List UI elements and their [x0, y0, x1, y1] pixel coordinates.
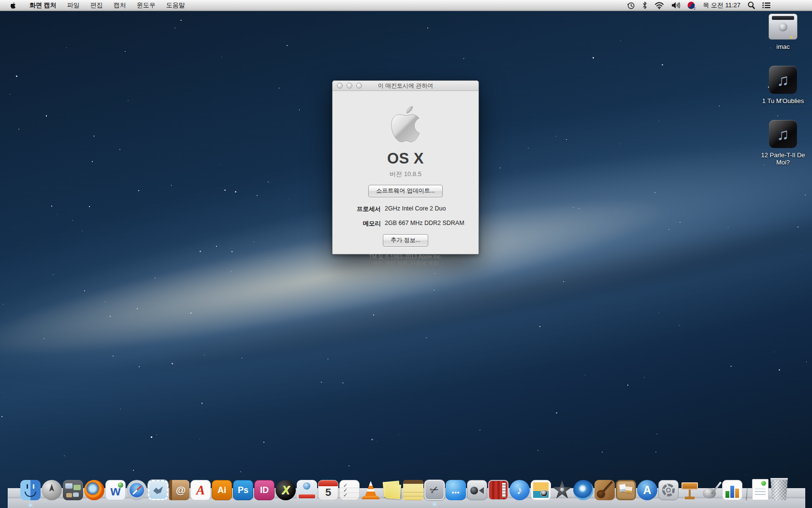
- photoshop-glyph: Ps: [233, 480, 253, 500]
- idvd-dock-icon[interactable]: [573, 480, 594, 500]
- software-update-button[interactable]: 소프트웨어 업데이트...: [368, 185, 442, 197]
- w-app-dock-icon[interactable]: w: [105, 480, 126, 500]
- time-machine-icon[interactable]: [627, 1, 635, 10]
- toast-dock-icon[interactable]: [297, 480, 317, 500]
- safari-dock-icon[interactable]: [127, 480, 147, 500]
- memory-label: 메모리: [333, 220, 381, 228]
- spotlight-icon[interactable]: [748, 1, 755, 9]
- menu-bar-status-area: 2 목 오전 11:27: [627, 0, 770, 11]
- memory-row: 메모리 2GB 667 MHz DDR2 SDRAM: [333, 220, 478, 228]
- grab-glyph: ✂: [422, 478, 447, 502]
- imovie-dock-icon[interactable]: [552, 480, 572, 500]
- menu-파일[interactable]: 파일: [62, 0, 85, 11]
- messages-dock-icon[interactable]: •••: [446, 480, 466, 500]
- app-store-glyph: A: [637, 480, 657, 500]
- itunes-glyph: ♪: [509, 480, 530, 500]
- more-info-button[interactable]: 추가 정보...: [383, 234, 428, 247]
- calendar-dock-icon[interactable]: 5: [318, 480, 338, 500]
- apple-menu-icon[interactable]: [10, 1, 16, 9]
- os-name: OS X: [333, 150, 478, 167]
- reminders-glyph: ✓✓✓: [340, 480, 348, 500]
- desktop-icon-hard-drive[interactable]: imac: [753, 14, 812, 50]
- trash-dock-icon[interactable]: [769, 478, 789, 500]
- keynote-dock-icon[interactable]: [680, 480, 700, 500]
- photoshop-dock-icon[interactable]: Ps: [233, 480, 253, 500]
- stickies-dock-icon[interactable]: [382, 480, 402, 500]
- menu-캡처[interactable]: 캡처: [108, 0, 131, 11]
- iphoto-dock-icon[interactable]: [531, 480, 551, 500]
- finder-dock-icon[interactable]: [20, 480, 41, 500]
- mail-dock-icon[interactable]: [148, 480, 168, 500]
- quarkxpress-glyph: X: [276, 480, 296, 500]
- window-controls: [337, 83, 362, 89]
- grab-dock-icon[interactable]: ✂: [424, 480, 445, 500]
- dialog-title-bar[interactable]: 이 매킨토시에 관하여: [333, 81, 478, 91]
- reminders-dock-icon[interactable]: ✓✓✓: [339, 480, 360, 500]
- messages-glyph: •••: [446, 480, 466, 500]
- vlc-dock-icon[interactable]: [361, 480, 381, 500]
- notes-dock-icon[interactable]: [403, 480, 423, 500]
- app-store-dock-icon[interactable]: A: [637, 480, 657, 500]
- iweb-dock-icon[interactable]: [616, 480, 636, 500]
- processor-row: 프로세서 2GHz Intel Core 2 Duo: [333, 205, 478, 213]
- photo-booth-dock-icon[interactable]: [488, 480, 508, 500]
- volume-icon[interactable]: [671, 2, 680, 9]
- korean-input-badge: 2: [694, 6, 696, 9]
- zoom-button[interactable]: [356, 83, 362, 89]
- copyright-text: TM 및 © 1983–2013 Apple Inc. 모든 권리 보유. 사용…: [333, 253, 478, 267]
- acrobat-dock-icon[interactable]: A: [190, 480, 211, 500]
- desktop-icon-audio-file[interactable]: ♫1 Tu M'Oublies: [753, 66, 812, 105]
- contacts-dock-icon[interactable]: @: [169, 480, 189, 500]
- system-preferences-dock-icon[interactable]: [658, 480, 679, 500]
- menu-화면 캡처[interactable]: 화면 캡처: [24, 0, 62, 11]
- menu-bar: 화면 캡처파일편집캡처윈도우도움말: [0, 0, 812, 11]
- pages-dock-icon[interactable]: [701, 480, 721, 500]
- mission-control-dock-icon[interactable]: [63, 480, 83, 500]
- music-note-glyph: ♫: [777, 71, 789, 90]
- bluetooth-icon[interactable]: [642, 1, 647, 9]
- menu-bar-menus: 화면 캡처파일편집캡처윈도우도움말: [24, 0, 190, 11]
- desktop-icon-audio-file[interactable]: ♫12 Parle-T-Il De Moi?: [753, 120, 812, 166]
- itunes-dock-icon[interactable]: ♪: [509, 480, 530, 500]
- about-this-mac-dialog: 이 매킨토시에 관하여 OS X 버전 10.8.5 소프트웨어 업데이트...…: [332, 80, 479, 254]
- numbers-dock-icon[interactable]: [722, 480, 742, 500]
- document-dock-icon[interactable]: [752, 479, 768, 500]
- memory-value: 2GB 667 MHz DDR2 SDRAM: [385, 220, 464, 228]
- garageband-dock-icon[interactable]: [594, 480, 615, 500]
- dock-divider: [746, 478, 749, 500]
- running-indicator: [29, 504, 32, 507]
- menu-bar-clock[interactable]: 목 오전 11:27: [703, 1, 740, 10]
- facetime-dock-icon[interactable]: [467, 480, 487, 500]
- menu-도움말[interactable]: 도움말: [161, 0, 190, 11]
- notification-center-icon[interactable]: [762, 2, 770, 9]
- dock: w@AAiPsIDX5✓✓✓✂•••♪A: [0, 470, 812, 508]
- indesign-dock-icon[interactable]: ID: [254, 480, 275, 500]
- launchpad-dock-icon[interactable]: [42, 480, 62, 500]
- desktop-icon-label: 1 Tu M'Oublies: [753, 97, 812, 105]
- illustrator-dock-icon[interactable]: Ai: [212, 480, 232, 500]
- calendar-glyph: 5: [319, 480, 338, 500]
- processor-label: 프로세서: [333, 205, 381, 213]
- system-specs: 프로세서 2GHz Intel Core 2 Duo 메모리 2GB 667 M…: [333, 205, 478, 228]
- menu-윈도우[interactable]: 윈도우: [131, 0, 161, 11]
- apple-logo: [386, 102, 425, 145]
- dock-icons: w@AAiPsIDX5✓✓✓✂•••♪A: [20, 478, 789, 500]
- wifi-icon[interactable]: [654, 2, 664, 9]
- close-button[interactable]: [337, 83, 343, 89]
- menu-편집[interactable]: 편집: [85, 0, 108, 11]
- acrobat-glyph: A: [191, 480, 210, 500]
- desktop-icon-label: imac: [753, 43, 812, 50]
- audio-file-icon: ♫: [769, 120, 797, 148]
- processor-value: 2GHz Intel Core 2 Duo: [385, 205, 446, 213]
- quarkxpress-dock-icon[interactable]: X: [276, 480, 296, 500]
- indesign-glyph: ID: [255, 480, 274, 500]
- os-version: 버전 10.8.5: [333, 170, 478, 179]
- minimize-button[interactable]: [347, 83, 352, 89]
- music-note-glyph: ♫: [777, 125, 789, 144]
- firefox-dock-icon[interactable]: [84, 480, 104, 500]
- running-indicator: [433, 503, 436, 506]
- desktop-icon-label: 12 Parle-T-Il De Moi?: [753, 151, 812, 166]
- audio-file-icon: ♫: [769, 66, 797, 94]
- korean-input-icon[interactable]: 2: [687, 1, 696, 10]
- illustrator-glyph: Ai: [212, 480, 232, 500]
